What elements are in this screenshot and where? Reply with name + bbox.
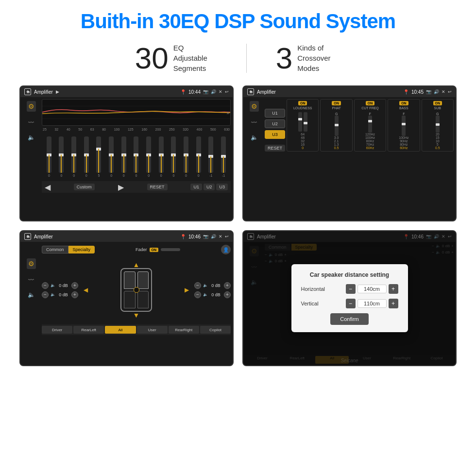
eq-slider-11[interactable]: 0 — [184, 136, 188, 177]
phat-on[interactable]: ON — [332, 101, 341, 105]
eq-slider-7[interactable]: 0 — [134, 136, 138, 177]
spec-top-bar: Common Specialty Fader ON 👤 — [42, 244, 231, 255]
dialog-title: Car speaker distance setting — [301, 271, 398, 278]
center-dot[interactable] — [134, 287, 139, 293]
eq-slider-3[interactable]: 0 — [84, 136, 89, 177]
volume-icon-3[interactable]: 🔊 — [211, 234, 216, 239]
copilot-btn[interactable]: Copilot — [200, 326, 231, 334]
reset-btn-1[interactable]: RESET — [147, 184, 168, 190]
close-icon-2[interactable]: ✕ — [442, 89, 445, 94]
stats-row: 30 EQ Adjustable Segments 3 Kinds of Cro… — [135, 43, 341, 73]
vertical-minus-btn[interactable]: − — [346, 299, 356, 308]
horizontal-plus-btn[interactable]: + — [389, 284, 398, 294]
u2-crossover-btn[interactable]: U2 — [265, 119, 285, 128]
camera-icon-1[interactable]: 📷 — [203, 89, 208, 94]
eq-slider-4[interactable]: 5 — [96, 136, 101, 177]
vol-plus-fr[interactable]: + — [224, 282, 231, 289]
u1-btn[interactable]: U1 — [190, 184, 202, 190]
eq-freq-labels: 2532405063 80100125160200 25032040050063… — [42, 128, 231, 131]
u2-btn[interactable]: U2 — [204, 184, 215, 190]
eq-slider-8[interactable]: 0 — [146, 136, 151, 177]
volume-icon-2[interactable]: 🔊 — [434, 89, 439, 94]
vertical-plus-btn[interactable]: + — [389, 299, 398, 308]
eq-slider-5[interactable]: 0 — [109, 136, 114, 177]
camera-icon-3[interactable]: 📷 — [203, 234, 208, 239]
vol-minus-fl[interactable]: − — [42, 282, 49, 289]
eq-bottom-bar: ◀ Custom ▶ RESET U1 U2 U3 — [42, 181, 231, 193]
back-icon-2[interactable]: ↩ — [448, 89, 452, 94]
channel-sub: ON SUB G 20 15 10 5 — [422, 99, 454, 152]
home-icon-2[interactable] — [247, 88, 254, 95]
down-arrow[interactable]: ▼ — [133, 311, 140, 319]
eq-volume-icon[interactable]: 🔈 — [28, 134, 35, 141]
next-icon[interactable]: ▶ — [118, 183, 124, 192]
play-icon-1[interactable]: ▶ — [56, 89, 59, 94]
home-icon-3[interactable] — [24, 233, 31, 240]
u1-crossover-btn[interactable]: U1 — [265, 109, 285, 118]
back-icon-1[interactable]: ↩ — [225, 89, 229, 94]
vol-plus-rr[interactable]: + — [224, 291, 231, 298]
reset-btn-2[interactable]: RESET — [265, 145, 285, 152]
spec-wave-icon[interactable]: 〰 — [28, 277, 34, 284]
common-tab-3[interactable]: Common — [42, 246, 68, 253]
eq-slider-1[interactable]: 0 — [59, 136, 64, 177]
status-left-1: Amplifier ▶ — [24, 88, 59, 95]
u3-btn[interactable]: U3 — [216, 184, 228, 190]
eq-slider-9[interactable]: 0 — [159, 136, 164, 177]
rearleft-btn[interactable]: RearLeft — [73, 326, 104, 334]
eq-slider-2[interactable]: 0 — [71, 136, 76, 177]
eq-left-panel: ⚙ 〰 🔈 — [22, 99, 40, 193]
eq-slider-13[interactable]: -1 — [208, 136, 213, 177]
vol-val-rr: 0 dB — [210, 292, 222, 297]
confirm-button[interactable]: Confirm — [330, 313, 369, 325]
spec-eq-icon[interactable]: ⚙ — [27, 258, 36, 269]
fader-slider[interactable] — [161, 248, 180, 251]
vol-plus-fl[interactable]: + — [71, 282, 78, 289]
eq-slider-6[interactable]: 0 — [121, 136, 126, 177]
eq-slider-0[interactable]: 0 — [47, 136, 51, 177]
loudness-on[interactable]: ON — [298, 101, 307, 105]
bass-on[interactable]: ON — [399, 101, 408, 105]
bass-label: BASS — [399, 106, 408, 110]
crossover-wave-icon[interactable]: 〰 — [251, 119, 257, 126]
close-icon-1[interactable]: ✕ — [219, 89, 222, 94]
camera-icon-2[interactable]: 📷 — [426, 89, 431, 94]
eq-main: » 2532405063 80100125160200 250320400500… — [42, 99, 231, 193]
fader-control: Fader ON — [136, 247, 180, 252]
back-icon-3[interactable]: ↩ — [225, 234, 229, 239]
vol-minus-fr[interactable]: − — [194, 282, 201, 289]
cutfreq-on[interactable]: ON — [366, 101, 375, 105]
volume-icon-1[interactable]: 🔊 — [211, 89, 216, 94]
user-btn[interactable]: User — [137, 326, 168, 334]
vol-minus-rl[interactable]: − — [42, 291, 49, 298]
prev-icon[interactable]: ◀ — [45, 183, 51, 192]
eq-slider-10[interactable]: 0 — [171, 136, 176, 177]
home-icon-1[interactable] — [24, 88, 31, 95]
specialty-tab-3[interactable]: Specialty — [68, 246, 95, 253]
crossover-vol-icon[interactable]: 🔈 — [251, 134, 258, 141]
eq-slider-12[interactable]: 0 — [196, 136, 201, 177]
fader-on-badge: ON — [150, 248, 159, 252]
left-arrow[interactable]: ◀ — [84, 287, 88, 293]
rearright-btn[interactable]: RearRight — [169, 326, 199, 334]
custom-btn[interactable]: Custom — [74, 184, 95, 190]
horizontal-minus-btn[interactable]: − — [346, 284, 356, 294]
status-bar-1: Amplifier ▶ 📍 10:44 📷 🔊 ✕ ↩ — [20, 86, 233, 97]
sub-on[interactable]: ON — [433, 101, 442, 105]
eq-slider-14[interactable]: -1 — [221, 136, 226, 177]
up-arrow[interactable]: ▲ — [133, 261, 140, 269]
eq-settings-icon[interactable]: ⚙ — [27, 101, 36, 112]
person-icon[interactable]: 👤 — [221, 245, 231, 254]
spec-vol-icon[interactable]: 🔈 — [28, 291, 35, 298]
u3-crossover-btn[interactable]: U3 — [265, 130, 285, 139]
vol-minus-rr[interactable]: − — [194, 291, 201, 298]
crossover-eq-icon[interactable]: ⚙ — [250, 101, 259, 112]
all-btn[interactable]: All — [105, 326, 136, 334]
driver-btn[interactable]: Driver — [42, 326, 72, 334]
right-arrow[interactable]: ▶ — [185, 287, 189, 293]
screens-grid: Amplifier ▶ 📍 10:44 📷 🔊 ✕ ↩ ⚙ 〰 🔈 — [19, 85, 457, 366]
eq-wave-icon[interactable]: 〰 — [28, 119, 34, 126]
vol-plus-rl[interactable]: + — [71, 291, 78, 298]
close-icon-3[interactable]: ✕ — [219, 234, 222, 239]
status-left-3: Amplifier — [24, 233, 53, 240]
